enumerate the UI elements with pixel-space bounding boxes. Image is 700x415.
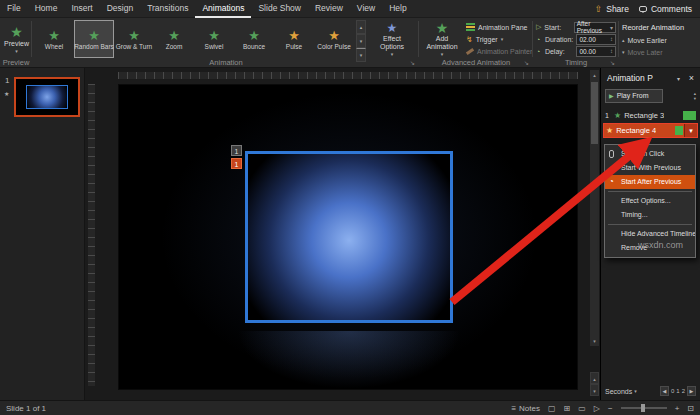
animation-option-grow-turn[interactable]: ★ Grow & Turn [114, 20, 154, 58]
menu-start-after-previous[interactable]: ◔ Start After Previous [605, 175, 695, 189]
delay-input[interactable]: 00.00 ↕ [576, 46, 616, 57]
delay-value: 00.00 [579, 48, 595, 55]
comments-button[interactable]: Comments [639, 4, 692, 14]
animation-order-badge-1[interactable]: 1 [231, 145, 242, 156]
tab-animations[interactable]: Animations [195, 0, 251, 18]
start-dropdown[interactable]: After Previous ▾ [574, 22, 616, 33]
zoom-in-button[interactable]: + [675, 404, 680, 413]
start-row: ▷ Start: After Previous ▾ [536, 21, 616, 33]
timeline-left-button[interactable]: ◀ [660, 386, 669, 396]
fit-slide-button[interactable]: ⊡ [687, 404, 694, 413]
add-animation-button[interactable]: ★ Add Animation ▾ [421, 20, 463, 58]
tab-home[interactable]: Home [28, 0, 65, 18]
animation-order-badge-2[interactable]: 1 [231, 158, 242, 169]
duration-input[interactable]: 02.00 ↕ [576, 34, 616, 45]
animation-pane-button[interactable]: Animation Pane [466, 21, 530, 33]
ribbon-separator [532, 21, 533, 57]
next-slide-button[interactable]: ▾ [590, 384, 599, 396]
play-from-button[interactable]: ▶ Play From [605, 89, 663, 103]
tab-transitions[interactable]: Transitions [140, 0, 195, 18]
tab-slide-show[interactable]: Slide Show [251, 0, 308, 18]
tab-insert[interactable]: Insert [64, 0, 99, 18]
animation-item-rectangle-3[interactable]: 1 ★ Rectangle 3 [603, 108, 698, 122]
animation-option-wheel[interactable]: ★ Wheel [34, 20, 74, 58]
duration-spinner-icon: ↕ [610, 36, 613, 42]
pane-play-row: ▶ Play From ▴ ▾ [605, 88, 696, 103]
gallery-scroll-down-button[interactable]: ▾ [356, 34, 366, 48]
close-icon[interactable]: × [689, 73, 694, 83]
timeline-right-button[interactable]: ▶ [687, 386, 696, 396]
item-star-icon: ★ [614, 111, 621, 120]
zoom-slider[interactable] [621, 407, 667, 409]
normal-view-button[interactable]: ▢ [548, 404, 556, 413]
add-animation-label: Add Animation [422, 35, 462, 51]
scroll-down-icon[interactable]: ▾ [590, 336, 599, 346]
animation-painter-button[interactable]: Animation Painter [466, 45, 530, 57]
tab-help[interactable]: Help [382, 0, 413, 18]
animation-painter-icon [466, 47, 474, 54]
preview-button[interactable]: ★ Preview ▾ [2, 20, 31, 58]
animation-option-zoom[interactable]: ★ Zoom [154, 20, 194, 58]
timeline-tick: 1 [676, 388, 679, 394]
tab-view[interactable]: View [350, 0, 382, 18]
animation-option-color-pulse[interactable]: ★ Color Pulse [314, 20, 354, 58]
timeline-bar[interactable] [675, 126, 683, 135]
advanced-animation-controls: Animation Pane ↯ Trigger ▾ Animation Pai… [466, 21, 530, 57]
zoom-out-button[interactable]: − [608, 404, 613, 413]
menu-start-on-click[interactable]: Start On Click [605, 147, 695, 161]
zoom-label: Zoom [166, 43, 183, 50]
seconds-dropdown[interactable]: Seconds ▾ [605, 388, 637, 395]
animation-option-bounce[interactable]: ★ Bounce [234, 20, 274, 58]
notes-button[interactable]: ≡ Notes [511, 404, 540, 413]
reorder-arrows[interactable]: ▴ ▾ [694, 91, 696, 101]
pane-options-dropdown-icon[interactable]: ▾ [677, 75, 680, 82]
animation-option-swivel[interactable]: ★ Swivel [194, 20, 234, 58]
scrollbar-thumb[interactable] [591, 82, 598, 144]
effect-options-button[interactable]: ★ Effect Options ▾ [369, 20, 415, 58]
animation-dialog-launcher-icon[interactable]: ↘ [410, 59, 415, 66]
trigger-button[interactable]: ↯ Trigger ▾ [466, 33, 530, 45]
play-icon: ▶ [609, 92, 614, 99]
grow-turn-star-icon: ★ [128, 29, 140, 42]
timeline-nav: ◀ 0 1 2 ▶ [660, 386, 696, 396]
slideshow-button[interactable]: ▷ [594, 404, 600, 413]
previous-slide-button[interactable]: ▴ [590, 372, 599, 384]
reading-view-button[interactable]: ▭ [578, 404, 586, 413]
slide-1-thumbnail[interactable] [14, 77, 80, 117]
reorder-animation-title: Reorder Animation [622, 21, 698, 34]
menu-timing[interactable]: Timing... [605, 208, 695, 222]
pulse-label: Pulse [286, 43, 302, 50]
gallery-scroll-up-button[interactable]: ▴ [356, 20, 366, 34]
ribbon-separator [418, 21, 419, 57]
animation-item-rectangle-4[interactable]: ★ Rectangle 4 ▼ [603, 123, 698, 138]
animation-option-random-bars[interactable]: ★ Random Bars [74, 20, 114, 58]
menu-effect-options[interactable]: Effect Options... [605, 194, 695, 208]
reorder-down-icon[interactable]: ▾ [694, 96, 696, 101]
advanced-animation-dialog-launcher-icon[interactable]: ↘ [524, 59, 529, 66]
group-label-animation: Animation [34, 58, 418, 68]
menu-hide-advanced-timeline[interactable]: Hide Advanced Timeline [605, 227, 695, 241]
tab-file[interactable]: File [0, 0, 28, 18]
ribbon-separator [618, 21, 619, 57]
tab-review[interactable]: Review [308, 0, 350, 18]
timing-dialog-launcher-icon[interactable]: ↘ [610, 59, 615, 66]
zoom-slider-thumb[interactable] [641, 404, 645, 412]
timeline-bar[interactable] [683, 111, 696, 120]
animation-option-pulse[interactable]: ★ Pulse [274, 20, 314, 58]
slide-sorter-button[interactable]: ⊞ [564, 404, 571, 413]
tab-design[interactable]: Design [100, 0, 140, 18]
slide-shape-rectangle[interactable] [245, 151, 453, 323]
move-later-button[interactable]: ▾ Move Later [622, 46, 698, 58]
move-earlier-icon: ▴ [622, 37, 625, 43]
scroll-up-icon[interactable]: ▴ [590, 70, 599, 80]
item-dropdown-button[interactable]: ▼ [684, 124, 697, 137]
pulse-star-icon: ★ [288, 29, 300, 42]
vertical-scrollbar[interactable]: ▴ ▾ [590, 70, 599, 346]
menu-start-with-previous[interactable]: Start With Previous [605, 161, 695, 175]
share-button[interactable]: ⇧ Share [595, 4, 629, 14]
menu-item-label: Effect Options... [621, 197, 671, 204]
status-bar-right: ≡ Notes ▢ ⊞ ▭ ▷ − + ⊡ [511, 404, 700, 413]
move-earlier-button[interactable]: ▴ Move Earlier [622, 34, 698, 46]
slide-canvas[interactable]: 1 1 [118, 84, 578, 390]
ribbon-tabs: File Home Insert Design Transitions Anim… [0, 0, 414, 18]
